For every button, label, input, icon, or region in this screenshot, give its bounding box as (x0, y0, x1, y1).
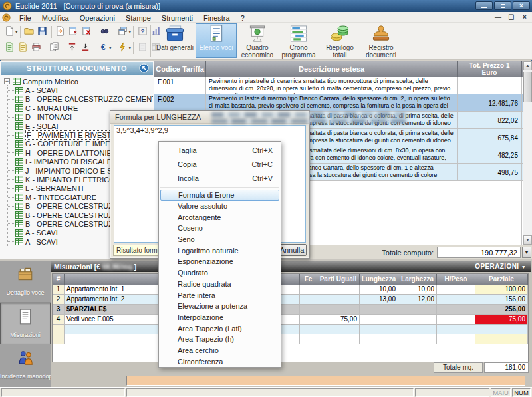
menu-item-esponenziazione[interactable]: Esponenziazione (159, 256, 281, 267)
menu-strumenti[interactable]: Strumenti (156, 14, 198, 22)
nav-crono-programma[interactable]: Crono programma (278, 23, 319, 58)
nav-dettaglio-voce[interactable]: Dettaglio voce (0, 261, 51, 303)
new-window-button[interactable] (116, 25, 130, 39)
measurement-row[interactable] (53, 325, 528, 334)
operazioni-menu-button[interactable]: OPERAZIONI ▼ (475, 263, 526, 270)
menu-item-area-trapezio-h-[interactable]: Area Trapezio (h) (159, 334, 281, 345)
total-dropdown-button[interactable]: ▼ (522, 247, 531, 258)
price-list-row[interactable]: F.002Pavimento in lastre di marmo tipo B… (154, 94, 532, 112)
menu-item-incolla[interactable]: IncollaCtrl+V (159, 171, 281, 185)
scroll-down-button[interactable]: ▼ (523, 235, 532, 245)
menu-item-area-cerchio[interactable]: Area cerchio (159, 345, 281, 356)
menu-item-area-trapezio-lati-[interactable]: Area Trapezio (Lati) (159, 323, 281, 334)
entry-strip[interactable] (126, 376, 525, 386)
cancel-button[interactable]: Annulla (277, 244, 307, 256)
menu-item-copia[interactable]: CopiaCtrl+C (159, 157, 281, 171)
sheet-green-button[interactable] (3, 41, 16, 55)
measurement-row[interactable]: 1Appartamento int. 110,0010,00100,00 (53, 285, 528, 295)
collapse-panel-button[interactable] (139, 63, 149, 73)
align-top-button[interactable] (65, 41, 78, 55)
menu-modifica[interactable]: Modifica (37, 14, 74, 22)
measurement-row[interactable] (53, 334, 528, 344)
wizard-button[interactable] (116, 41, 130, 55)
menu-file[interactable]: File (14, 14, 37, 22)
tree-root-computo-metrico[interactable]: −Computo Metrico (1, 77, 153, 86)
restore-button[interactable] (494, 1, 511, 10)
menu-item-logaritmo-naturale[interactable]: Logaritmo naturale (159, 245, 281, 256)
mis-cell-parti (317, 295, 360, 305)
nav-elenco-voci[interactable]: Elenco voci (196, 23, 237, 58)
dropdown-arrow-icon[interactable]: ▾ (129, 45, 132, 51)
mis-cell-parz (475, 334, 528, 344)
open-folder-button[interactable] (23, 25, 36, 39)
mdi-restore-icon[interactable]: ❑ (507, 13, 516, 22)
menu-item-taglia[interactable]: TagliaCtrl+X (159, 143, 281, 157)
menu-item-formula-di-erone[interactable]: Formula di Erone (160, 190, 279, 201)
paste-voice-button[interactable] (54, 25, 67, 39)
vertical-scrollbar[interactable]: ▲ ▼ (523, 61, 532, 245)
tree-item[interactable]: B - OPERE CALCESTRUZZO CEMENTIZ (1, 95, 153, 104)
tree-collapse-icon[interactable]: − (4, 78, 10, 84)
menu-item-parte-intera[interactable]: Parte intera (159, 289, 281, 301)
sheet-yellow-button[interactable] (16, 41, 29, 55)
nav-misurazioni[interactable]: Misurazioni (0, 303, 51, 344)
measurement-row[interactable]: 4Vedi voce F.00575,0075,00 (53, 315, 528, 325)
scroll-up-button[interactable]: ▲ (523, 61, 532, 70)
euro-button[interactable]: € (96, 41, 110, 55)
mis-col-fe[interactable]: Fe (300, 274, 317, 285)
menu-operazioni[interactable]: Operazioni (74, 14, 120, 22)
measurement-row[interactable]: 3$PARZIALE$256,00 (53, 305, 528, 315)
col-codice-tariffa[interactable]: Codice Tariffa (154, 61, 206, 77)
menu-finestra[interactable]: Finestra (198, 14, 235, 22)
mis-col-lunghezza[interactable]: Lunghezza (360, 274, 398, 285)
menu-item-elevazione-a-potenza[interactable]: Elevazione a potenza (159, 301, 281, 312)
menu-item-interpolazione[interactable]: Interpolazione (159, 312, 281, 323)
measurement-row[interactable]: 2Appartamento int. 213,0012,00156,00 (53, 295, 528, 305)
copy-pages-button[interactable] (47, 41, 61, 55)
align-bottom-button[interactable] (78, 41, 92, 55)
col-descrizione-estesa[interactable]: Descrizione estesa (206, 61, 458, 77)
dropdown-arrow-icon[interactable]: ▾ (109, 45, 112, 51)
new-window-icon (118, 26, 128, 39)
close-button[interactable]: × (513, 1, 530, 10)
menu-item-quadrato[interactable]: Quadrato (159, 267, 281, 279)
dropdown-arrow-icon[interactable]: ▾ (15, 29, 18, 35)
mdi-close-icon[interactable]: × (520, 13, 529, 22)
delete-voice-button[interactable] (80, 25, 94, 39)
tree-item[interactable]: A - SCAVI (1, 86, 153, 94)
mis-col-partiuguali[interactable]: Parti Uguali (317, 274, 360, 285)
print-button[interactable] (29, 41, 43, 55)
find-button[interactable] (98, 25, 112, 39)
menu-item-arcotangente[interactable]: Arcotangente (159, 211, 281, 223)
help-button[interactable]: ? (136, 25, 149, 39)
mdi-minimize-icon[interactable]: — (493, 13, 503, 22)
menu-stampe[interactable]: Stampe (120, 14, 156, 22)
menu-item-label: Incolla (178, 174, 199, 182)
menu-item-valore-assoluto[interactable]: Valore assoluto (159, 201, 281, 212)
price-list-row[interactable]: F.001Pavimento in piastrelle di ceramica… (154, 77, 532, 94)
mis-col-larghezza[interactable]: Larghezza (398, 274, 437, 285)
dropdown-arrow-icon[interactable]: ▾ (129, 29, 132, 35)
card-file-icon (17, 265, 34, 285)
menu-item-circonferenza[interactable]: Circonferenza (159, 356, 281, 367)
calc-disabled-button[interactable] (136, 41, 149, 55)
nav-incidenza-manodopera[interactable]: Incidenza manodopera (0, 344, 51, 386)
nav-riepilogo-totali[interactable]: Riepilogo totali (319, 23, 360, 58)
mis-col-parziale[interactable]: Parziale (475, 274, 528, 285)
nav-registro-documenti[interactable]: Registro documenti (360, 23, 402, 58)
scrollbar-thumb[interactable] (523, 72, 532, 102)
nav-dati-generali[interactable]: Dati generali (154, 23, 196, 58)
nav-quadro-economico[interactable]: Quadro economico (237, 23, 278, 58)
mis-col-#[interactable]: # (53, 274, 65, 285)
new-document-button[interactable] (3, 25, 16, 39)
menu-item-coseno[interactable]: Coseno (159, 223, 281, 234)
copy-voice-button[interactable] (67, 25, 80, 39)
menu-[interactable]: ? (235, 14, 250, 22)
save-button[interactable] (36, 25, 49, 39)
minimize-button[interactable] (475, 1, 493, 10)
menu-item-seno[interactable]: Seno (159, 234, 281, 245)
menu-item-radice-quadrata[interactable]: Radice quadrata (159, 279, 281, 290)
menu-item-shortcut: Ctrl+X (252, 146, 273, 154)
mis-col-hpeso[interactable]: H/Peso (437, 274, 475, 285)
col-tot-prezzo[interactable]: Tot. Prezzo 1 Euro (458, 61, 522, 77)
